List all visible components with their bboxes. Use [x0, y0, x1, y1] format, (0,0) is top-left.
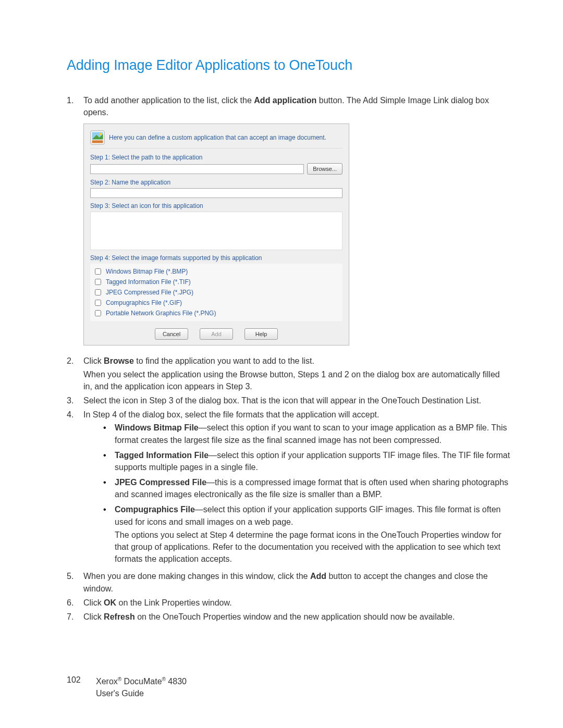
step-3-text: Select the icon in Step 3 of the dialog …	[83, 394, 511, 406]
step-3: 3. Select the icon in Step 3 of the dial…	[67, 394, 511, 406]
format-jpg-checkbox[interactable]	[95, 289, 101, 295]
footer-model: 4830	[166, 677, 187, 686]
step-6-post: on the Link Properties window.	[116, 598, 231, 607]
dialog-step3-label: Step 3: Select an icon for this applicat…	[90, 202, 342, 209]
footer-brand-2: DocuMate	[121, 677, 162, 686]
step-6-number: 6.	[67, 597, 83, 609]
format-tif-label: Tagged Information File (*.TIF)	[106, 278, 191, 286]
step-2-number: 2.	[67, 355, 83, 392]
add-simple-image-link-dialog: Here you can define a custom application…	[83, 124, 349, 346]
dialog-step2-label: Step 2: Name the application	[90, 179, 342, 186]
step-5-bold: Add	[310, 572, 326, 581]
dialog-step4-label: Step 4: Select the image formats support…	[90, 254, 342, 262]
icon-selection-box[interactable]	[90, 212, 342, 250]
format-tif[interactable]: Tagged Information File (*.TIF)	[93, 277, 340, 287]
step-1-bold: Add application	[254, 96, 316, 105]
cancel-button[interactable]: Cancel	[155, 328, 188, 340]
step-4-number: 4.	[67, 409, 83, 568]
page-footer: 102 Xerox® DocuMate® 4830 User's Guide	[67, 675, 187, 699]
step-6: 6. Click OK on the Link Properties windo…	[67, 597, 511, 609]
bullet-tif: • Tagged Information File—select this op…	[103, 449, 511, 473]
application-name-input[interactable]	[90, 188, 342, 198]
step-2: 2. Click Browse to find the application …	[67, 355, 511, 392]
step-3-number: 3.	[67, 394, 83, 406]
bullet-jpg: • JPEG Compressed File—this is a compres…	[103, 476, 511, 500]
dialog-step1-label: Step 1: Select the path to the applicati…	[90, 154, 342, 161]
step-7-post: on the OneTouch Properties window and th…	[135, 612, 455, 621]
format-jpg[interactable]: JPEG Compressed File (*.JPG)	[93, 287, 340, 298]
dialog-header-text: Here you can define a custom application…	[109, 134, 326, 142]
page-title: Adding Image Editor Applications to OneT…	[67, 57, 511, 73]
image-application-icon	[90, 130, 105, 145]
bullet-icon: •	[103, 449, 115, 473]
step-5-number: 5.	[67, 570, 83, 594]
page-number: 102	[67, 675, 83, 699]
step-7-number: 7.	[67, 611, 83, 623]
step-4: 4. In Step 4 of the dialog box, select t…	[67, 409, 511, 568]
bullet-icon: •	[103, 503, 115, 565]
bullet-bmp: • Windows Bitmap File—select this option…	[103, 422, 511, 446]
step-5-pre: When you are done making changes in this…	[83, 572, 310, 581]
browse-button[interactable]: Browse...	[307, 163, 342, 175]
bullet-icon: •	[103, 422, 115, 446]
bullet-gif-bold: Compugraphics File	[115, 505, 195, 514]
file-format-list: Windows Bitmap File (*.BMP) Tagged Infor…	[90, 264, 342, 321]
format-gif[interactable]: Compugraphics File (*.GIF)	[93, 298, 340, 308]
step-6-bold: OK	[104, 598, 116, 607]
step-4-text: In Step 4 of the dialog box, select the …	[83, 410, 379, 419]
add-button[interactable]: Add	[200, 328, 233, 340]
step-7-pre: Click	[83, 612, 104, 621]
step-2-bold: Browse	[104, 356, 134, 365]
footer-brand-1: Xerox	[96, 677, 118, 686]
format-bmp-checkbox[interactable]	[95, 268, 101, 275]
bullet-tif-bold: Tagged Information File	[115, 451, 209, 460]
bullet-icon: •	[103, 476, 115, 500]
application-path-input[interactable]	[90, 164, 304, 174]
format-jpg-label: JPEG Compressed File (*.JPG)	[106, 289, 193, 296]
registered-icon: ®	[162, 676, 166, 682]
step-1-text-pre: To add another application to the list, …	[83, 96, 254, 105]
svg-point-3	[100, 133, 102, 135]
bullet-jpg-bold: JPEG Compressed File	[115, 478, 206, 487]
format-png-label: Portable Network Graphics File (*.PNG)	[106, 310, 216, 317]
bullet-bmp-bold: Windows Bitmap File	[115, 423, 199, 432]
format-bmp-label: Windows Bitmap File (*.BMP)	[106, 268, 188, 275]
numbered-steps-cont: 2. Click Browse to find the application …	[67, 355, 511, 623]
format-png-checkbox[interactable]	[95, 310, 101, 316]
step-1-number: 1.	[67, 94, 83, 118]
step-7: 7. Click Refresh on the OneTouch Propert…	[67, 611, 511, 623]
format-png[interactable]: Portable Network Graphics File (*.PNG)	[93, 308, 340, 318]
svg-rect-4	[92, 141, 103, 143]
help-button[interactable]: Help	[244, 328, 278, 340]
step-5: 5. When you are done making changes in t…	[67, 570, 511, 594]
numbered-steps: 1. To add another application to the lis…	[67, 94, 511, 118]
step-6-pre: Click	[83, 598, 104, 607]
step-2-line1-pre: Click	[83, 356, 104, 365]
format-gif-label: Compugraphics File (*.GIF)	[106, 299, 182, 306]
bullet-gif: • Compugraphics File—select this option …	[103, 503, 511, 565]
step-7-bold: Refresh	[104, 612, 135, 621]
step-1: 1. To add another application to the lis…	[67, 94, 511, 118]
format-bmp[interactable]: Windows Bitmap File (*.BMP)	[93, 266, 340, 277]
step-2-line2: When you select the application using th…	[83, 368, 511, 392]
format-tif-checkbox[interactable]	[95, 279, 101, 285]
step-4-para: The options you select at Step 4 determi…	[115, 529, 511, 565]
step-2-line1-post: to find the application you want to add …	[134, 356, 314, 365]
footer-guide: User's Guide	[96, 689, 144, 698]
format-gif-checkbox[interactable]	[95, 300, 101, 306]
